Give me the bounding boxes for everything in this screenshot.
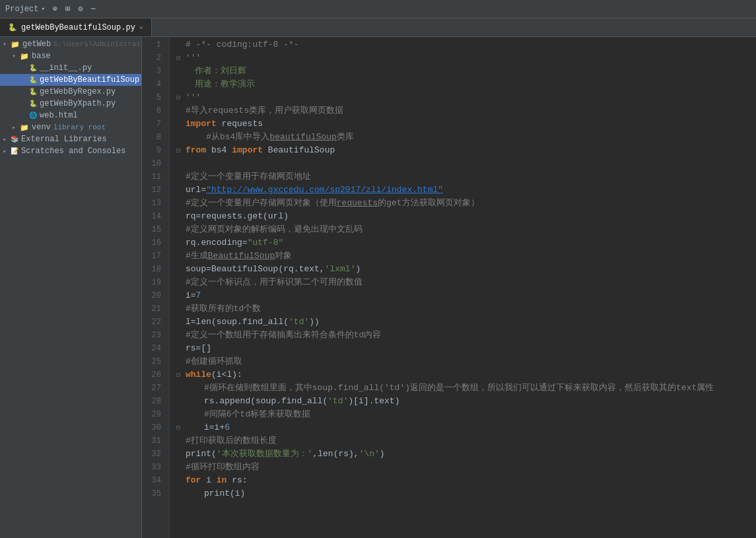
code-18-paren: ) <box>355 263 361 276</box>
sidebar-item-getwebbyxpath[interactable]: 🐍 getWebByXpath.py <box>0 98 141 110</box>
sidebar-item-init[interactable]: 🐍 __init__.py <box>0 62 141 74</box>
tabbar: 🐍 getWebByBeautifulSoup.py ✕ <box>0 18 756 37</box>
project-label: Project <box>5 5 38 14</box>
sidebar-label-regex: getWebByRegex.py <box>40 87 116 96</box>
main-layout: 📁 getWeb C:\Users\Administrat 📁 base 🐍 _… <box>0 37 756 538</box>
sidebar-item-getwebbyregex[interactable]: 🐍 getWebByRegex.py <box>0 86 141 98</box>
code-20-content: i=7 <box>186 289 201 302</box>
folder-icon: 📁 <box>11 40 20 49</box>
sidebar-item-venv[interactable]: 📁 venv library root <box>0 121 141 133</box>
ln-5: 5 <box>142 91 165 104</box>
code-3-content: 作者：刘日辉 <box>195 65 246 78</box>
sidebar-item-scratches[interactable]: 📝 Scratches and Consoles <box>0 145 141 157</box>
folder-icon-base: 📁 <box>20 52 29 61</box>
code-line-12: url="http://www.gxccedu.com/sp2017/zli/i… <box>176 184 756 197</box>
sidebar-item-external[interactable]: 📚 External Libraries <box>0 133 141 145</box>
chevron-down-icon: ▾ <box>41 5 44 13</box>
sidebar-item-getwebbybeautifulsoup[interactable]: 🐍 getWebByBeautifulSoup. <box>0 74 141 86</box>
code-12-var: url= <box>186 184 206 197</box>
gear-icon[interactable]: ⚙ <box>78 4 83 14</box>
ln-16: 16 <box>142 236 165 250</box>
project-menu[interactable]: Project ▾ <box>5 5 45 14</box>
code-18-var: soup=BeautifulSoup(rq.text, <box>186 263 325 276</box>
code-line-18: soup=BeautifulSoup(rq.text,'lxml') <box>176 263 756 276</box>
code-23-content: #定义一个数组用于存储抽离出来符合条件的td内容 <box>186 329 381 342</box>
html-icon: 🌐 <box>29 112 37 119</box>
code-34-var: i <box>201 474 216 487</box>
code-line-34: for i in rs: <box>176 474 756 487</box>
code-line-7: import requests <box>176 118 756 131</box>
code-line-22: l=len(soup.find_all('td')) <box>176 316 756 329</box>
sidebar-item-webhtml[interactable]: 🌐 web.html <box>0 110 141 121</box>
sidebar-venv-tag: library root <box>53 123 106 131</box>
lib-icon-external: 📚 <box>11 135 18 143</box>
code-line-14: rq=requests.get(url) <box>176 210 756 223</box>
ln-3: 3 <box>142 65 165 78</box>
tab-close-button[interactable]: ✕ <box>139 24 143 32</box>
code-21-content: #获取所有的td个数 <box>186 302 261 316</box>
fold-9[interactable] <box>176 145 186 158</box>
code-28-content: rs.append(soup.find_all('td')[i].text) <box>204 395 399 408</box>
code-line-17: #生成BeautifulSoup对象 <box>176 250 756 263</box>
ln-2: 2 <box>142 51 165 65</box>
ln-15: 15 <box>142 223 165 236</box>
ln-27: 27 <box>142 382 165 395</box>
ln-21: 21 <box>142 302 165 316</box>
code-line-10 <box>176 157 756 170</box>
ln-25: 25 <box>142 355 165 368</box>
code-34-for: for <box>186 474 201 487</box>
more-icon[interactable]: ⋯ <box>91 4 96 14</box>
sidebar-label-scratches: Scratches and Consoles <box>21 147 125 156</box>
code-line-6: #导入requests类库，用户获取网页数据 <box>176 104 756 118</box>
ln-19: 19 <box>142 276 165 289</box>
code-7-mod: requests <box>217 118 263 131</box>
fold-26[interactable] <box>176 369 186 382</box>
code-16-str: "utf-8" <box>248 236 284 250</box>
sidebar-item-base[interactable]: 📁 base <box>0 50 141 62</box>
code-line-30: i=i+6 <box>176 421 756 434</box>
code-11-content: #定义一个变量用于存储网页地址 <box>186 170 311 184</box>
ln-26: 26 <box>142 368 165 382</box>
ln-6: 6 <box>142 104 165 118</box>
code-line-16: rq.encoding="utf-8" <box>176 236 756 250</box>
code-line-25: #创建循环抓取 <box>176 355 756 368</box>
ln-31: 31 <box>142 434 165 448</box>
code-6-content: #导入requests类库，用户获取网页数据 <box>186 104 343 118</box>
ln-11: 11 <box>142 170 165 184</box>
code-line-15: #定义网页对象的解析编码，避免出现中文乱码 <box>176 223 756 236</box>
ln-24: 24 <box>142 342 165 355</box>
ln-20: 20 <box>142 289 165 302</box>
code-29-content: #间隔6个td标签来获取数据 <box>204 408 310 421</box>
folder-arrow-scratches <box>3 147 11 155</box>
sidebar-item-getweb[interactable]: 📁 getWeb C:\Users\Administrat <box>0 38 141 50</box>
code-14-content: rq=requests.get(url) <box>186 210 289 223</box>
sidebar-label-venv: venv <box>32 123 51 132</box>
fold-2[interactable] <box>176 52 186 65</box>
code-16-var: rq.encoding= <box>186 236 248 250</box>
tab-getwebbybeautifulsoup[interactable]: 🐍 getWebByBeautifulSoup.py ✕ <box>0 18 152 36</box>
code-9-bs4: bs4 <box>206 144 232 157</box>
fold-30[interactable] <box>176 422 186 435</box>
code-line-28: rs.append(soup.find_all('td')[i].text) <box>176 395 756 408</box>
code-area[interactable]: # -*- coding:utf-8 -*- ''' 作者：刘日辉 用途：教学演… <box>170 37 756 538</box>
config-icon[interactable]: ⊞ <box>65 4 70 14</box>
ln-10: 10 <box>142 157 165 170</box>
folder-arrow-venv <box>12 123 20 131</box>
ln-8: 8 <box>142 131 165 144</box>
sidebar-label-base: base <box>32 51 51 61</box>
code-8-content: #从bs4库中导入beautifulSoup类库 <box>186 131 354 144</box>
code-33-content: #循环打印数组内容 <box>186 461 259 474</box>
code-18-str: 'lxml' <box>325 263 356 276</box>
new-file-icon[interactable]: ⊕ <box>53 4 57 14</box>
code-9-class: BeautifulSoup <box>263 144 335 157</box>
ln-12: 12 <box>142 184 165 197</box>
code-line-13: #定义一个变量用户存储网页对象（使用requests的get方法获取网页对象） <box>176 197 756 210</box>
ln-33: 33 <box>142 461 165 474</box>
topbar: Project ▾ ⊕ ⊞ ⚙ ⋯ <box>0 0 756 18</box>
fold-5[interactable] <box>176 92 186 105</box>
folder-icon-venv: 📁 <box>20 123 29 132</box>
sidebar: 📁 getWeb C:\Users\Administrat 📁 base 🐍 _… <box>0 37 142 538</box>
code-line-26: while(i<l): <box>176 368 756 382</box>
ln-4: 4 <box>142 78 165 91</box>
sidebar-label-bs: getWebByBeautifulSoup. <box>40 75 141 84</box>
